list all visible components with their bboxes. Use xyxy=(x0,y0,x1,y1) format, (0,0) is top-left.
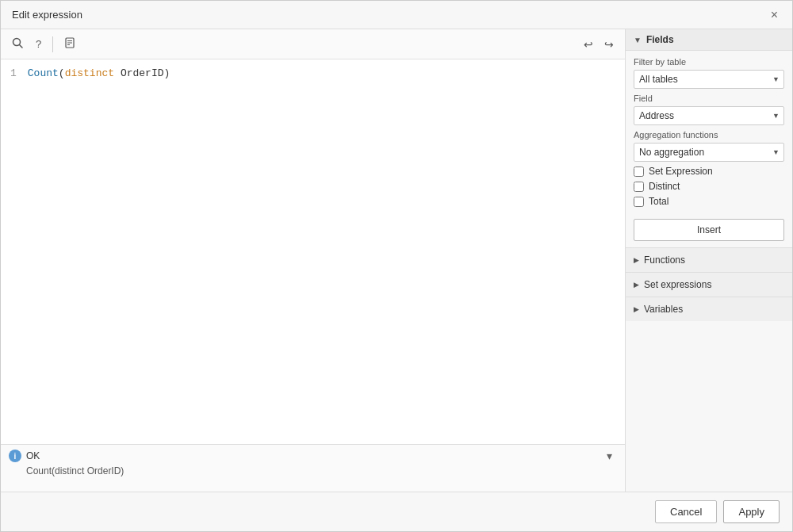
set-expressions-label: Set expressions xyxy=(644,279,711,290)
code-orderid: OrderID xyxy=(121,67,164,79)
filter-by-table-label: Filter by table xyxy=(634,57,784,67)
dialog-footer: Cancel Apply xyxy=(1,492,792,531)
functions-label: Functions xyxy=(644,255,685,266)
filter-by-table-wrapper: All tables xyxy=(634,70,784,89)
variables-label: Variables xyxy=(644,304,683,315)
editor-toolbar: ? ↩ ↪ xyxy=(1,29,625,59)
set-expressions-header[interactable]: ▶ Set expressions xyxy=(626,273,792,297)
functions-arrow-icon: ▶ xyxy=(634,256,639,264)
dialog-title: Edit expression xyxy=(12,9,82,21)
redo-button[interactable]: ↪ xyxy=(600,35,619,54)
set-expressions-section: ▶ Set expressions xyxy=(626,272,792,297)
set-expression-row: Set Expression xyxy=(634,166,784,177)
status-bar: i OK ▾ Count(distinct OrderID) xyxy=(1,444,625,492)
set-expression-checkbox[interactable] xyxy=(634,166,644,177)
insert-button[interactable]: Insert xyxy=(634,219,784,241)
aggregation-functions-label: Aggregation functions xyxy=(634,130,784,140)
code-count: Count xyxy=(28,67,59,79)
field-label: Field xyxy=(634,94,784,103)
status-ok: i OK xyxy=(9,450,40,462)
distinct-checkbox[interactable] xyxy=(634,182,644,192)
functions-header[interactable]: ▶ Functions xyxy=(626,248,792,272)
code-paren-close: ) xyxy=(163,67,170,79)
code-distinct: distinct xyxy=(65,67,114,79)
fields-arrow-icon: ▼ xyxy=(634,36,642,44)
distinct-row: Distinct xyxy=(634,181,784,192)
total-row: Total xyxy=(634,196,784,207)
field-select-wrapper: Address xyxy=(634,106,784,125)
undo-redo-group: ↩ ↪ xyxy=(579,35,619,54)
aggregation-select-wrapper: No aggregation xyxy=(634,143,784,162)
code-editor[interactable]: 1 Count(distinct OrderID) xyxy=(1,59,625,444)
status-toggle-button[interactable]: ▾ xyxy=(602,448,617,464)
ok-label: OK xyxy=(26,450,40,461)
help-button[interactable]: ? xyxy=(31,35,46,53)
fields-header-label: Fields xyxy=(646,34,674,45)
undo-button[interactable]: ↩ xyxy=(579,35,598,54)
total-label: Total xyxy=(649,196,668,207)
info-icon: i xyxy=(9,450,21,462)
set-expressions-arrow-icon: ▶ xyxy=(634,281,639,289)
code-line-1: 1 Count(distinct OrderID) xyxy=(10,66,615,82)
status-expression: Count(distinct OrderID) xyxy=(9,465,617,477)
total-checkbox[interactable] xyxy=(634,197,644,207)
fields-section-header: ▼ Fields xyxy=(626,29,792,51)
filter-by-table-select[interactable]: All tables xyxy=(634,70,784,89)
search-button[interactable] xyxy=(7,34,28,54)
variables-section: ▶ Variables xyxy=(626,297,792,321)
title-bar: Edit expression × xyxy=(1,1,792,29)
right-panel: ▼ Fields Filter by table All tables Fiel… xyxy=(626,29,792,492)
aggregation-select[interactable]: No aggregation xyxy=(634,143,784,162)
code-paren-open: ( xyxy=(59,67,65,79)
cancel-button[interactable]: Cancel xyxy=(655,500,717,523)
edit-expression-dialog: Edit expression × ? xyxy=(0,0,793,532)
svg-line-1 xyxy=(20,45,23,48)
fields-section-body: Filter by table All tables Field Address… xyxy=(626,51,792,247)
variables-arrow-icon: ▶ xyxy=(634,305,639,313)
set-expression-label: Set Expression xyxy=(649,166,713,177)
field-select[interactable]: Address xyxy=(634,106,784,125)
close-button[interactable]: × xyxy=(768,7,781,23)
dialog-body: ? ↩ ↪ 1 xyxy=(1,29,792,492)
status-row: i OK ▾ xyxy=(9,448,617,464)
apply-button[interactable]: Apply xyxy=(723,500,780,523)
code-space xyxy=(114,67,121,79)
code-content: Count(distinct OrderID) xyxy=(28,66,170,82)
variables-header[interactable]: ▶ Variables xyxy=(626,297,792,321)
left-panel: ? ↩ ↪ 1 xyxy=(1,29,626,492)
distinct-label: Distinct xyxy=(649,181,680,192)
line-number: 1 xyxy=(10,66,17,82)
toolbar-divider xyxy=(52,36,53,52)
note-button[interactable] xyxy=(59,34,80,54)
functions-section: ▶ Functions xyxy=(626,247,792,272)
